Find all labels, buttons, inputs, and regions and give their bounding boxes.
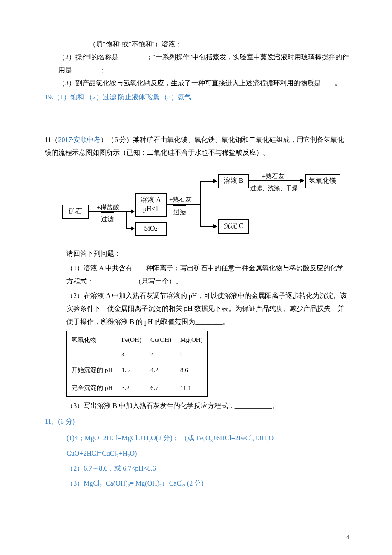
td: 8.6 [176,361,208,379]
table-row: 氢氧化物 Fe(OH)3 Cu(OH)2 Mg(OH)2 [67,331,207,361]
label-filter2: 过滤 [173,205,186,219]
text: Cu(OH) [150,336,171,343]
ans-line3: （3）MgCl2+Ca(OH)2= Mg(OH)2↓+CaCl2 (2 分) [66,476,349,491]
box-solution-a: 溶液 ApH<1 [135,193,167,217]
label: 溶液 A [141,196,161,203]
q11-p3: （3）写出溶液 B 中加入熟石灰发生的化学反应方程式：___________。 [66,399,349,412]
box-solution-b: 溶液 B [218,174,249,188]
t: +H [118,450,127,457]
intro-line2: （2）操作Ⅰ的名称是________；"一系列操作"中包括蒸发，实验室中蒸发溶液… [58,51,349,77]
t: +H [140,434,149,442]
arrow [200,181,217,182]
t: = Mg(OH) [130,480,159,487]
q11-source: 2017·安顺中考 [58,136,101,143]
t: O(2 分)； [151,434,179,442]
td: 3.2 [117,379,146,397]
intro-line1: _____（填"饱和"或"不饱和"）溶液； [58,38,349,51]
label: 氢氧化镁 [309,176,336,185]
td: 11.1 [176,379,208,397]
q11-num: 11（ [45,136,58,143]
t: O) [130,450,137,457]
table-row: 开始沉淀的 pH 1.5 4.2 8.6 [67,361,207,379]
text: 19.（1）饱和 （2）过滤 防止液体飞溅 （3）氨气 [45,93,191,101]
ph-table: 氢氧化物 Fe(OH)3 Cu(OH)2 Mg(OH)2 开始沉淀的 pH 1.… [66,331,207,397]
line [126,211,127,228]
answer-19: 19.（1）饱和 （2）过滤 防止液体飞溅 （3）氨气 [45,91,349,104]
sub: 2 [150,352,153,357]
text: _____（填"饱和"或"不饱和"）溶液； [72,40,182,48]
label: 矿石 [69,207,82,216]
q11-p1: （1）溶液 A 中共含有____种阳离子；写出矿石中的任意一种金属氧化物与稀盐酸… [66,262,349,288]
ans-line2: （2）6.7～8.6，或 6.7<pH<8.6 [66,461,349,476]
box-sio2: SiO₂ [135,222,167,236]
label: 沉淀 C [224,222,244,231]
sub: 3 [121,352,124,357]
label: SiO₂ [144,224,158,233]
td: 6.7 [146,379,176,397]
q11-p2: （2）在溶液 A 中加入熟石灰调节溶液的 pH，可以使溶液中的金属阳离子逐步转化… [66,289,349,328]
q11-body: 请回答下列问题： （1）溶液 A 中共含有____种阳离子；写出矿石中的任意一种… [45,247,349,328]
answer-11-body: (1)4；MgO+2HCl=MgCl2+H2O(2 分)； （或 Fe2O3+6… [45,431,349,491]
t: （3）MgCl [66,480,99,487]
arrow [200,226,217,227]
label-hcl: +稀盐酸 [97,201,119,214]
label: pH<1 [143,205,159,212]
t: (2 分) [185,480,204,487]
arrow [126,228,134,229]
text: Fe(OH) [121,336,141,343]
prompt: 请回答下列问题： [66,247,349,260]
table-row: 完全沉淀的 pH 3.2 6.7 11.1 [67,379,207,397]
td: 完全沉淀的 pH [67,379,117,397]
label: 溶液 B [224,176,244,185]
label-filter: 过滤 [101,212,114,225]
q11-p3-wrap: （3）写出溶液 B 中加入熟石灰发生的化学反应方程式：___________。 [45,399,349,412]
t: +6HCl=2FeCl [213,434,252,442]
intro-line3: （3）副产品氯化铵与氢氧化钠反应，生成了一种可直接进入上述流程循环利用的物质是_… [58,77,349,90]
page: _____（填"饱和"或"不饱和"）溶液； （2）操作Ⅰ的名称是________… [0,0,392,555]
t: +Ca(OH) [102,480,128,487]
text: Mg(OH) [180,336,203,343]
th: Cu(OH)2 [146,331,176,361]
line [200,181,201,227]
text: （3）副产品氯化铵与氢氧化钠反应，生成了一种可直接进入上述流程循环利用的物质是_… [58,79,341,87]
q11-header: 11（2017·安顺中考）（6 分）某种矿石由氧化镁、氧化铁、氧化铜和二氧化硅组… [45,133,349,159]
label-lime2: +熟石灰 [262,171,285,183]
top-rule [45,26,349,26]
page-number: 4 [346,532,349,543]
td: 4.2 [146,361,176,379]
intro-block: _____（填"饱和"或"不饱和"）溶液； （2）操作Ⅰ的名称是________… [45,38,349,90]
sub: 2 [180,352,183,357]
th: Fe(OH)3 [117,331,146,361]
t: （或 Fe [181,434,203,442]
td: 1.5 [117,361,146,379]
t: ↓+CaCl [162,480,183,487]
th: Mg(OH)2 [176,331,208,361]
label-step3: 过滤、洗涤、干燥 [250,182,298,194]
td: 开始沉淀的 pH [67,361,117,379]
answer-11-head: 11、(6 分) [45,415,349,428]
box-precipitate-c: 沉淀 C [218,219,249,234]
th: 氢氧化物 [67,331,117,361]
flow-diagram: 矿石 +稀盐酸 过滤 溶液 ApH<1 SiO₂ +熟石灰 过滤 溶液 B 沉淀 [62,167,349,244]
t: O [205,434,210,442]
label-lime: +熟石灰 [169,194,192,206]
t: +3H [254,434,266,442]
box-mgoh: 氢氧化镁 [305,174,340,188]
text: （2）操作Ⅰ的名称是________；"一系列操作"中包括蒸发，实验室中蒸发溶液… [58,53,349,73]
box-ore: 矿石 [62,205,89,219]
ans-line1: (1)4；MgO+2HCl=MgCl2+H2O(2 分)； （或 Fe2O3+6… [66,431,349,461]
t: (1)4；MgO+2HCl=MgCl [66,434,138,442]
